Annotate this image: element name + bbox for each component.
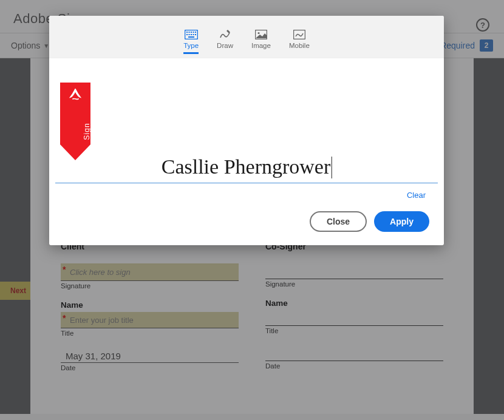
signature-input-line[interactable]: Casllie Pherngrower: [55, 155, 438, 183]
sign-indicator-label: Sign: [83, 123, 91, 140]
svg-rect-9: [192, 34, 194, 35]
clear-link[interactable]: Clear: [55, 183, 438, 200]
tab-label: Mobile: [289, 42, 310, 49]
svg-rect-7: [188, 34, 189, 35]
signature-modal: Type Draw Image Mobile: [49, 16, 444, 245]
svg-rect-8: [191, 34, 192, 35]
svg-rect-6: [186, 34, 188, 35]
tab-label: Draw: [217, 42, 233, 49]
svg-rect-10: [195, 34, 196, 35]
draw-icon: [219, 29, 232, 39]
tab-label: Image: [251, 42, 271, 49]
close-button[interactable]: Close: [310, 211, 367, 232]
tab-label: Type: [183, 42, 199, 49]
typed-signature: Casllie Pherngrower: [162, 155, 332, 183]
svg-rect-3: [191, 32, 192, 33]
tab-type[interactable]: Type: [183, 30, 199, 54]
svg-rect-4: [192, 32, 194, 33]
tab-draw[interactable]: Draw: [217, 29, 233, 54]
svg-rect-2: [188, 32, 189, 33]
sign-indicator-arrow: Sign: [60, 83, 90, 161]
image-icon: [255, 30, 267, 39]
svg-rect-5: [195, 32, 196, 33]
svg-rect-1: [186, 32, 188, 33]
tab-mobile[interactable]: Mobile: [289, 30, 310, 54]
text-caret: [331, 157, 332, 178]
svg-point-13: [257, 32, 259, 34]
svg-rect-11: [188, 36, 194, 38]
adobe-logo-icon: [69, 89, 81, 102]
tab-image[interactable]: Image: [251, 30, 271, 54]
apply-button[interactable]: Apply: [374, 211, 429, 232]
mobile-icon: [293, 30, 305, 39]
keyboard-icon: [185, 30, 198, 39]
